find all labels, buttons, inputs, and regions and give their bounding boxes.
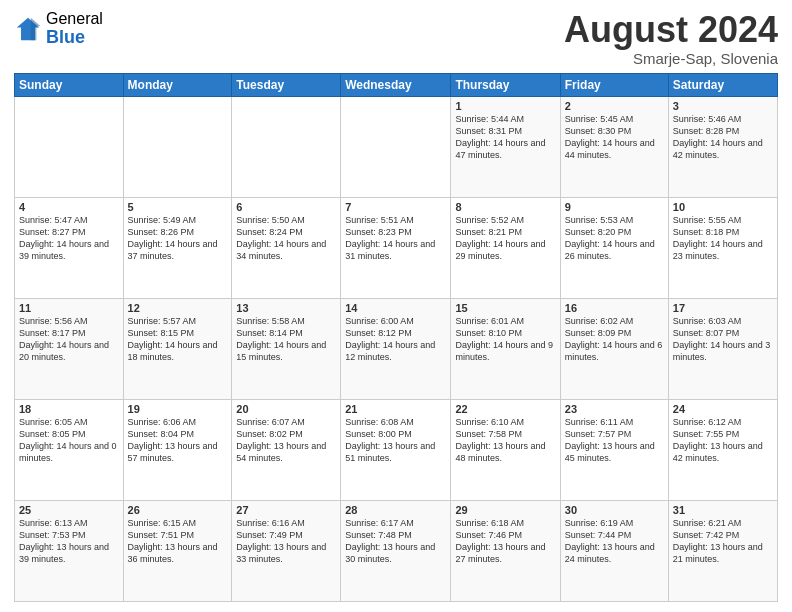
day-cell: 20Sunrise: 6:07 AM Sunset: 8:02 PM Dayli…	[232, 399, 341, 500]
day-cell: 5Sunrise: 5:49 AM Sunset: 8:26 PM Daylig…	[123, 197, 232, 298]
day-info: Sunrise: 6:06 AM Sunset: 8:04 PM Dayligh…	[128, 416, 228, 465]
day-info: Sunrise: 6:01 AM Sunset: 8:10 PM Dayligh…	[455, 315, 555, 364]
day-info: Sunrise: 6:18 AM Sunset: 7:46 PM Dayligh…	[455, 517, 555, 566]
day-number: 3	[673, 100, 773, 112]
day-info: Sunrise: 6:10 AM Sunset: 7:58 PM Dayligh…	[455, 416, 555, 465]
logo: GeneralBlue	[14, 10, 103, 47]
day-number: 4	[19, 201, 119, 213]
week-row-0: 1Sunrise: 5:44 AM Sunset: 8:31 PM Daylig…	[15, 96, 778, 197]
day-info: Sunrise: 6:16 AM Sunset: 7:49 PM Dayligh…	[236, 517, 336, 566]
day-info: Sunrise: 5:49 AM Sunset: 8:26 PM Dayligh…	[128, 214, 228, 263]
location-subtitle: Smarje-Sap, Slovenia	[564, 50, 778, 67]
week-row-4: 25Sunrise: 6:13 AM Sunset: 7:53 PM Dayli…	[15, 500, 778, 601]
day-cell: 27Sunrise: 6:16 AM Sunset: 7:49 PM Dayli…	[232, 500, 341, 601]
day-cell: 21Sunrise: 6:08 AM Sunset: 8:00 PM Dayli…	[341, 399, 451, 500]
day-info: Sunrise: 5:51 AM Sunset: 8:23 PM Dayligh…	[345, 214, 446, 263]
calendar-table: Sunday Monday Tuesday Wednesday Thursday…	[14, 73, 778, 602]
col-thursday: Thursday	[451, 73, 560, 96]
col-wednesday: Wednesday	[341, 73, 451, 96]
week-row-2: 11Sunrise: 5:56 AM Sunset: 8:17 PM Dayli…	[15, 298, 778, 399]
day-number: 1	[455, 100, 555, 112]
day-cell: 3Sunrise: 5:46 AM Sunset: 8:28 PM Daylig…	[668, 96, 777, 197]
calendar-body: 1Sunrise: 5:44 AM Sunset: 8:31 PM Daylig…	[15, 96, 778, 601]
day-number: 27	[236, 504, 336, 516]
day-cell: 16Sunrise: 6:02 AM Sunset: 8:09 PM Dayli…	[560, 298, 668, 399]
day-number: 25	[19, 504, 119, 516]
day-cell	[15, 96, 124, 197]
day-number: 11	[19, 302, 119, 314]
day-info: Sunrise: 6:03 AM Sunset: 8:07 PM Dayligh…	[673, 315, 773, 364]
day-number: 26	[128, 504, 228, 516]
day-number: 29	[455, 504, 555, 516]
day-number: 28	[345, 504, 446, 516]
day-info: Sunrise: 6:19 AM Sunset: 7:44 PM Dayligh…	[565, 517, 664, 566]
day-number: 7	[345, 201, 446, 213]
day-cell: 30Sunrise: 6:19 AM Sunset: 7:44 PM Dayli…	[560, 500, 668, 601]
col-friday: Friday	[560, 73, 668, 96]
day-cell	[341, 96, 451, 197]
day-info: Sunrise: 6:05 AM Sunset: 8:05 PM Dayligh…	[19, 416, 119, 465]
day-number: 5	[128, 201, 228, 213]
logo-text: GeneralBlue	[46, 10, 103, 47]
day-info: Sunrise: 5:56 AM Sunset: 8:17 PM Dayligh…	[19, 315, 119, 364]
day-number: 23	[565, 403, 664, 415]
day-info: Sunrise: 5:44 AM Sunset: 8:31 PM Dayligh…	[455, 113, 555, 162]
day-number: 17	[673, 302, 773, 314]
day-cell: 13Sunrise: 5:58 AM Sunset: 8:14 PM Dayli…	[232, 298, 341, 399]
page: GeneralBlue August 2024 Smarje-Sap, Slov…	[0, 0, 792, 612]
day-info: Sunrise: 6:00 AM Sunset: 8:12 PM Dayligh…	[345, 315, 446, 364]
day-number: 18	[19, 403, 119, 415]
day-cell: 4Sunrise: 5:47 AM Sunset: 8:27 PM Daylig…	[15, 197, 124, 298]
logo-blue: Blue	[46, 28, 103, 48]
day-info: Sunrise: 5:50 AM Sunset: 8:24 PM Dayligh…	[236, 214, 336, 263]
day-number: 21	[345, 403, 446, 415]
svg-marker-1	[31, 17, 41, 39]
day-cell: 18Sunrise: 6:05 AM Sunset: 8:05 PM Dayli…	[15, 399, 124, 500]
day-cell: 17Sunrise: 6:03 AM Sunset: 8:07 PM Dayli…	[668, 298, 777, 399]
day-info: Sunrise: 6:17 AM Sunset: 7:48 PM Dayligh…	[345, 517, 446, 566]
title-area: August 2024 Smarje-Sap, Slovenia	[564, 10, 778, 67]
day-cell: 15Sunrise: 6:01 AM Sunset: 8:10 PM Dayli…	[451, 298, 560, 399]
day-cell: 11Sunrise: 5:56 AM Sunset: 8:17 PM Dayli…	[15, 298, 124, 399]
logo-general: General	[46, 10, 103, 28]
day-number: 22	[455, 403, 555, 415]
day-number: 24	[673, 403, 773, 415]
calendar: Sunday Monday Tuesday Wednesday Thursday…	[14, 73, 778, 602]
day-number: 20	[236, 403, 336, 415]
day-number: 13	[236, 302, 336, 314]
col-saturday: Saturday	[668, 73, 777, 96]
day-number: 6	[236, 201, 336, 213]
day-info: Sunrise: 5:45 AM Sunset: 8:30 PM Dayligh…	[565, 113, 664, 162]
day-cell: 25Sunrise: 6:13 AM Sunset: 7:53 PM Dayli…	[15, 500, 124, 601]
day-cell: 28Sunrise: 6:17 AM Sunset: 7:48 PM Dayli…	[341, 500, 451, 601]
header: GeneralBlue August 2024 Smarje-Sap, Slov…	[14, 10, 778, 67]
calendar-header: Sunday Monday Tuesday Wednesday Thursday…	[15, 73, 778, 96]
day-cell: 6Sunrise: 5:50 AM Sunset: 8:24 PM Daylig…	[232, 197, 341, 298]
day-number: 2	[565, 100, 664, 112]
logo-icon	[14, 15, 42, 43]
day-info: Sunrise: 6:08 AM Sunset: 8:00 PM Dayligh…	[345, 416, 446, 465]
day-cell: 19Sunrise: 6:06 AM Sunset: 8:04 PM Dayli…	[123, 399, 232, 500]
day-number: 10	[673, 201, 773, 213]
day-number: 12	[128, 302, 228, 314]
day-info: Sunrise: 5:55 AM Sunset: 8:18 PM Dayligh…	[673, 214, 773, 263]
day-cell: 29Sunrise: 6:18 AM Sunset: 7:46 PM Dayli…	[451, 500, 560, 601]
day-cell: 23Sunrise: 6:11 AM Sunset: 7:57 PM Dayli…	[560, 399, 668, 500]
day-cell: 8Sunrise: 5:52 AM Sunset: 8:21 PM Daylig…	[451, 197, 560, 298]
day-number: 31	[673, 504, 773, 516]
day-info: Sunrise: 6:21 AM Sunset: 7:42 PM Dayligh…	[673, 517, 773, 566]
col-sunday: Sunday	[15, 73, 124, 96]
day-info: Sunrise: 6:11 AM Sunset: 7:57 PM Dayligh…	[565, 416, 664, 465]
day-cell: 7Sunrise: 5:51 AM Sunset: 8:23 PM Daylig…	[341, 197, 451, 298]
day-cell	[123, 96, 232, 197]
col-monday: Monday	[123, 73, 232, 96]
day-cell: 2Sunrise: 5:45 AM Sunset: 8:30 PM Daylig…	[560, 96, 668, 197]
day-cell: 12Sunrise: 5:57 AM Sunset: 8:15 PM Dayli…	[123, 298, 232, 399]
day-cell	[232, 96, 341, 197]
header-row: Sunday Monday Tuesday Wednesday Thursday…	[15, 73, 778, 96]
day-cell: 24Sunrise: 6:12 AM Sunset: 7:55 PM Dayli…	[668, 399, 777, 500]
day-cell: 1Sunrise: 5:44 AM Sunset: 8:31 PM Daylig…	[451, 96, 560, 197]
day-number: 15	[455, 302, 555, 314]
day-info: Sunrise: 5:47 AM Sunset: 8:27 PM Dayligh…	[19, 214, 119, 263]
day-cell: 31Sunrise: 6:21 AM Sunset: 7:42 PM Dayli…	[668, 500, 777, 601]
